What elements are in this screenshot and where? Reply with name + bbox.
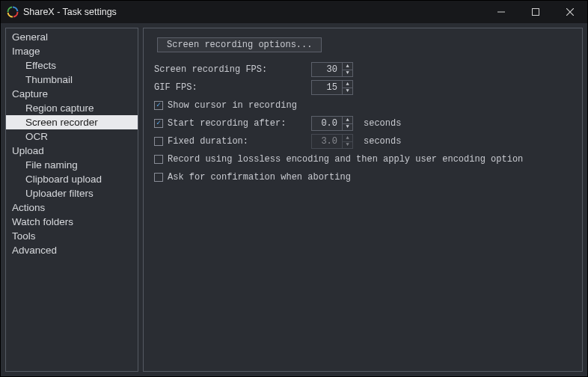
fixed-duration-label: Fixed duration: <box>168 136 248 147</box>
nav-item-capture[interactable]: Capture <box>6 87 138 101</box>
window-title: ShareX - Task settings <box>23 7 117 17</box>
sharex-icon <box>7 6 19 18</box>
close-button[interactable] <box>553 1 587 23</box>
nav-item-tools[interactable]: Tools <box>6 229 138 243</box>
chevron-down-icon: ▼ <box>343 142 352 149</box>
settings-panel: Screen recording options... Screen recor… <box>143 28 583 372</box>
start-after-unit: seconds <box>364 118 401 129</box>
nav-item-region-capture[interactable]: Region capture <box>6 101 138 115</box>
gif-fps-value: 15 <box>312 81 342 94</box>
gif-fps-input[interactable]: 15 ▲▼ <box>311 80 353 95</box>
nav-item-clipboard-upload[interactable]: Clipboard upload <box>6 172 138 186</box>
start-after-value: 0.0 <box>312 117 342 130</box>
nav-item-actions[interactable]: Actions <box>6 200 138 215</box>
chevron-down-icon[interactable]: ▼ <box>343 70 352 77</box>
svg-rect-5 <box>533 9 539 16</box>
gif-fps-label: GIF FPS: <box>154 82 197 93</box>
nav-item-upload[interactable]: Upload <box>6 144 138 158</box>
chevron-down-icon[interactable]: ▼ <box>343 88 352 95</box>
lossless-label: Record using lossless encoding and then … <box>168 154 523 165</box>
fixed-duration-checkbox[interactable] <box>154 137 163 146</box>
lossless-checkbox[interactable] <box>154 155 163 164</box>
nav-item-image[interactable]: Image <box>6 44 138 58</box>
nav-sidebar: GeneralImageEffectsThumbnailCaptureRegio… <box>5 28 138 372</box>
show-cursor-label: Show cursor in recording <box>168 100 297 111</box>
fixed-duration-input: 3.0 ▲▼ <box>311 134 353 149</box>
chevron-down-icon[interactable]: ▼ <box>343 124 352 131</box>
nav-item-advanced[interactable]: Advanced <box>6 243 138 257</box>
start-after-label: Start recording after: <box>168 118 286 129</box>
maximize-button[interactable] <box>518 1 553 23</box>
chevron-up-icon: ▲ <box>343 135 352 142</box>
nav-item-effects[interactable]: Effects <box>6 58 138 73</box>
gif-fps-spinner[interactable]: ▲▼ <box>342 81 352 94</box>
nav-item-watch-folders[interactable]: Watch folders <box>6 215 138 229</box>
titlebar: ShareX - Task settings <box>1 1 587 23</box>
content-area: GeneralImageEffectsThumbnailCaptureRegio… <box>1 23 587 376</box>
start-after-input[interactable]: 0.0 ▲▼ <box>311 116 353 131</box>
nav-item-ocr[interactable]: OCR <box>6 129 138 144</box>
show-cursor-checkbox[interactable]: ✓ <box>154 101 163 110</box>
minimize-button[interactable] <box>484 1 518 23</box>
fixed-duration-value: 3.0 <box>312 135 342 148</box>
fps-label: Screen recording FPS: <box>154 64 267 75</box>
fps-value: 30 <box>312 63 342 76</box>
screen-recording-options-button[interactable]: Screen recording options... <box>157 37 322 52</box>
chevron-up-icon[interactable]: ▲ <box>343 81 352 88</box>
confirm-abort-label: Ask for confirmation when aborting <box>168 172 351 183</box>
nav-item-thumbnail[interactable]: Thumbnail <box>6 73 138 87</box>
nav-item-uploader-filters[interactable]: Uploader filters <box>6 186 138 200</box>
fps-input[interactable]: 30 ▲▼ <box>311 62 353 77</box>
confirm-abort-checkbox[interactable] <box>154 173 163 182</box>
fps-spinner[interactable]: ▲▼ <box>342 63 352 76</box>
task-settings-window: ShareX - Task settings GeneralImageEffec… <box>0 0 588 377</box>
nav-item-file-naming[interactable]: File naming <box>6 158 138 172</box>
fixed-duration-spinner: ▲▼ <box>342 135 352 148</box>
nav-item-general[interactable]: General <box>6 30 138 44</box>
chevron-up-icon[interactable]: ▲ <box>343 63 352 70</box>
fixed-duration-unit: seconds <box>364 136 401 147</box>
start-after-checkbox[interactable]: ✓ <box>154 119 163 128</box>
chevron-up-icon[interactable]: ▲ <box>343 117 352 124</box>
start-after-spinner[interactable]: ▲▼ <box>342 117 352 130</box>
nav-item-screen-recorder[interactable]: Screen recorder <box>6 115 138 129</box>
